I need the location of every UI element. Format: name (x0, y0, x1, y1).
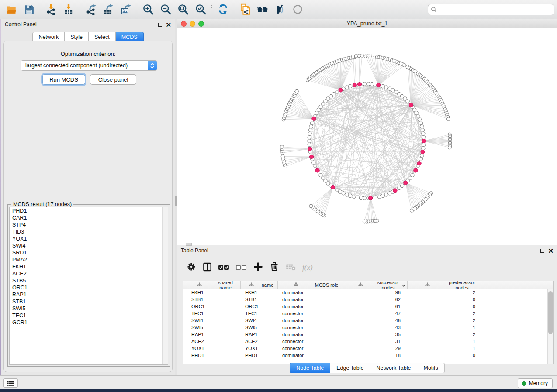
mcds-tab-content: Optimization criterion: largest connecte… (3, 41, 173, 372)
mcds-result-item[interactable]: PHD1 (10, 207, 168, 214)
mcds-result-item[interactable]: CAR1 (10, 214, 168, 221)
minimize-window-icon[interactable] (190, 21, 195, 27)
cell-predecessor-nodes: 2 (408, 317, 481, 324)
mcds-result-item[interactable]: SWI5 (10, 305, 168, 312)
table-row[interactable]: RAP1RAP1dominator352 (183, 331, 553, 338)
table-row[interactable]: SWI5SWI5connector431 (183, 324, 553, 331)
criterion-dropdown[interactable]: largest connected component (undirected) (21, 60, 157, 71)
table-row[interactable]: PHD1PHD1dominator180 (183, 352, 553, 359)
mcds-result-item[interactable]: ACE2 (10, 270, 168, 277)
import-network-icon[interactable] (42, 2, 60, 17)
table-row[interactable]: TEC1TEC1connector472 (183, 310, 553, 317)
mcds-result-item[interactable]: YOX1 (10, 235, 168, 242)
node-table[interactable]: shared namenameMCDS rolesuccessor nodesp… (183, 281, 554, 364)
network-canvas[interactable] (177, 28, 557, 245)
zoom-selected-icon[interactable] (192, 2, 209, 17)
table-row[interactable]: SWI4SWI4dominator462 (183, 317, 553, 324)
task-history-button[interactable] (3, 378, 18, 388)
table-row[interactable]: YOX1YOX1connector291 (183, 345, 553, 352)
network-graph[interactable] (177, 28, 557, 245)
network-view-window: YPA_prune.txt_1 (177, 19, 557, 245)
column-header-name[interactable]: name (241, 281, 278, 289)
run-mcds-button[interactable]: Run MCDS (42, 74, 85, 85)
save-session-icon[interactable] (20, 2, 38, 17)
splitter-handle[interactable] (175, 196, 177, 206)
cell-successor-nodes: 61 (344, 303, 408, 310)
attribute-icon (347, 282, 374, 288)
export-table-icon[interactable] (100, 2, 117, 17)
table-row[interactable]: STB1STB1dominator620 (183, 296, 553, 303)
float-panel-icon[interactable] (540, 249, 544, 253)
memory-button[interactable]: Memory (518, 378, 553, 388)
close-panel-icon[interactable]: ✕ (548, 249, 554, 253)
mcds-result-item[interactable]: TID3 (10, 228, 168, 235)
table-scrollbar[interactable] (547, 289, 553, 364)
mcds-result-item[interactable]: ORC1 (10, 284, 168, 291)
mcds-result-item[interactable]: STP4 (10, 221, 168, 228)
export-network-icon[interactable] (82, 2, 100, 17)
close-panel-button[interactable]: Close panel (90, 74, 136, 85)
close-panel-icon[interactable]: ✕ (166, 23, 171, 27)
delete-column-icon[interactable] (269, 261, 280, 274)
cell-name: ACE2 (241, 338, 278, 345)
mcds-result-item[interactable]: FKH1 (10, 263, 168, 270)
mcds-result-item[interactable]: SRD1 (10, 249, 168, 256)
import-table-icon[interactable] (60, 2, 77, 17)
search-input[interactable] (428, 4, 554, 15)
scrollbar-thumb[interactable] (548, 291, 553, 334)
homes-icon[interactable] (254, 2, 271, 17)
tab-edge-table[interactable]: Edge Table (330, 363, 370, 373)
select-all-icon[interactable] (218, 261, 230, 275)
float-panel-icon[interactable] (158, 23, 162, 27)
toolbar-separator (234, 3, 234, 16)
settings-gear-icon[interactable] (186, 261, 197, 274)
column-header-shared-name[interactable]: shared name (183, 281, 241, 289)
share-document-icon[interactable] (236, 2, 254, 17)
mcds-result-item[interactable]: SWI4 (10, 242, 168, 249)
hide-labels-icon[interactable] (271, 2, 289, 17)
column-header-MCDS-role[interactable]: MCDS role (278, 281, 344, 289)
maximize-window-icon[interactable] (198, 21, 204, 27)
control-panel-header: Control Panel ✕ (1, 19, 175, 30)
cell-shared-name: STB1 (183, 296, 241, 303)
cell-successor-nodes: 31 (344, 338, 408, 345)
cell-shared-name: RAP1 (183, 331, 241, 338)
cell-MCDS-role: connector (278, 345, 344, 352)
sort-desc-icon (402, 282, 405, 288)
open-session-icon[interactable] (3, 2, 20, 17)
mcds-list-scrollbar[interactable] (162, 207, 168, 364)
tab-network-table[interactable]: Network Table (370, 363, 418, 373)
cell-predecessor-nodes: 0 (408, 296, 481, 303)
export-image-icon[interactable] (117, 2, 135, 17)
cell-predecessor-nodes: 1 (408, 324, 481, 331)
network-window-titlebar[interactable]: YPA_prune.txt_1 (177, 19, 557, 28)
close-window-icon[interactable] (181, 21, 187, 27)
table-row[interactable]: ACE2ACE2connector311 (183, 338, 553, 345)
column-header-successor-nodes[interactable]: successor nodes (344, 281, 408, 289)
table-row[interactable]: FKH1FKH1dominator962 (183, 289, 553, 296)
mcds-result-item[interactable]: TEC1 (10, 312, 168, 319)
refresh-icon[interactable] (214, 2, 232, 17)
zoom-fit-icon[interactable] (174, 2, 192, 17)
tab-motifs[interactable]: Motifs (417, 363, 444, 373)
mcds-result-item[interactable]: STB5 (10, 277, 168, 284)
cell-predecessor-nodes: 0 (408, 352, 481, 359)
cell-successor-nodes: 29 (344, 345, 408, 352)
mcds-result-item[interactable]: STB1 (10, 298, 168, 305)
attribute-icon (280, 282, 311, 288)
horizontal-splitter-handle[interactable] (186, 243, 192, 246)
mcds-result-list[interactable]: PHD1CAR1STP4TID3YOX1SWI4SRD1PMA2FKH1ACE2… (9, 207, 168, 365)
deselect-all-icon[interactable] (235, 261, 247, 275)
table-row[interactable]: ORC1ORC1dominator610 (183, 303, 553, 310)
mcds-result-item[interactable]: PMA2 (10, 256, 168, 263)
zoom-in-icon[interactable] (139, 2, 157, 17)
cell-shared-name: ORC1 (183, 303, 241, 310)
mcds-result-item[interactable]: RAP1 (10, 291, 168, 298)
split-view-icon[interactable] (202, 262, 212, 274)
mcds-result-item[interactable]: GCR1 (10, 319, 168, 326)
cell-MCDS-role: connector (278, 310, 344, 317)
zoom-out-icon[interactable] (157, 2, 174, 17)
column-header-predecessor-nodes[interactable]: predecessor nodes (408, 281, 481, 289)
tab-node-table[interactable]: Node Table (290, 363, 330, 373)
add-column-icon[interactable] (253, 261, 263, 274)
